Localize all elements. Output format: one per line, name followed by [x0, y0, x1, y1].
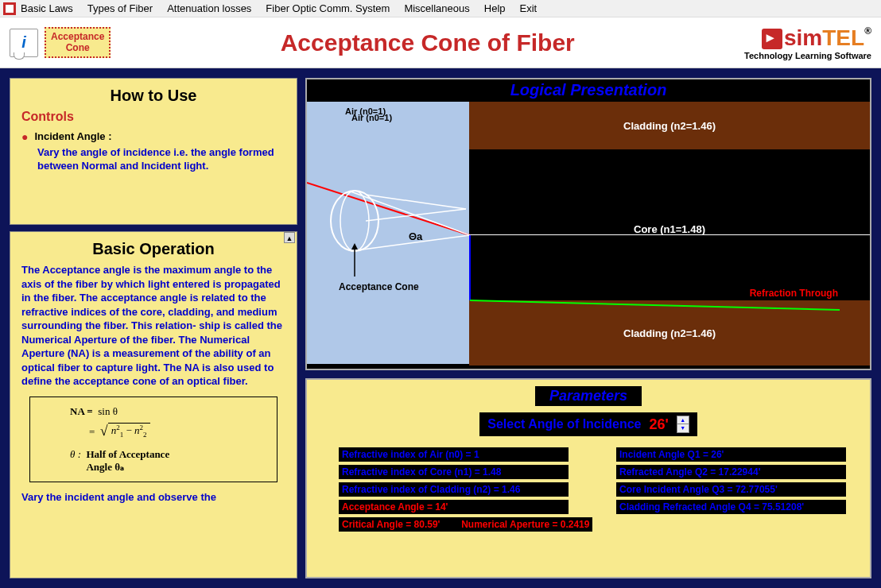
menu-types-of-fiber[interactable]: Types of Fiber	[87, 2, 153, 14]
param-acceptance-angle: Acceptance Angle = 14'	[339, 500, 569, 514]
scroll-up-icon[interactable]: ▲	[284, 232, 295, 243]
info-icon[interactable]: i	[10, 29, 38, 57]
left-column: How to Use Controls ● Incident Angle : V…	[10, 78, 297, 578]
brand-logo: simTEL®	[744, 25, 871, 51]
fiber-diagram: Cladding (n2=1.46) Core (n1=1.48) Claddi…	[307, 102, 870, 369]
logical-presentation-panel: Logical Presentation Cladding (n2=1.46) …	[305, 78, 871, 370]
basic-footer-text: Vary the incident angle and observe the	[21, 490, 285, 505]
svg-line-6	[366, 209, 466, 221]
menu-fiber-optic-comm[interactable]: Fiber Optic Comm. System	[266, 2, 390, 14]
brand-tagline: Technology Learning Software	[744, 51, 871, 60]
right-column: Logical Presentation Cladding (n2=1.46) …	[305, 78, 871, 578]
angle-stepper[interactable]: ▲ ▼	[677, 416, 689, 433]
menu-attenuation-losses[interactable]: Attenuation losses	[167, 2, 251, 14]
param-n0: Refractive index of Air (n0) = 1	[339, 447, 569, 462]
angle-select-label: Select Angle of Incidence	[487, 417, 641, 431]
menu-help[interactable]: Help	[484, 2, 506, 14]
param-q1: Incident Angle Q1 = 26'	[616, 447, 846, 462]
brand: simTEL® Technology Learning Software	[744, 25, 871, 60]
ray-diagram-svg	[307, 102, 848, 370]
brand-icon	[762, 29, 782, 49]
basic-operation-text: The Acceptance angle is the maximum angl…	[21, 263, 285, 389]
param-q4: Cladding Refracted Angle Q4 = 75.51208'	[616, 500, 846, 514]
svg-line-10	[470, 300, 840, 310]
svg-point-1	[331, 191, 378, 251]
param-n2: Refractive index of Cladding (n2) = 1.46	[339, 482, 569, 497]
logical-title: Logical Presentation	[307, 79, 870, 101]
angle-select: Select Angle of Incidence 26' ▲ ▼	[479, 412, 697, 436]
control-item: ● Incident Angle :	[21, 130, 285, 143]
angle-value: 26'	[649, 416, 668, 433]
app-icon	[3, 2, 16, 15]
controls-heading: Controls	[21, 110, 285, 124]
control-description: Vary the angle of incidence i.e. the ang…	[37, 146, 285, 173]
basic-operation-panel: ▲ Basic Operation The Acceptance angle i…	[10, 231, 297, 578]
main-content: How to Use Controls ● Incident Angle : V…	[0, 68, 881, 588]
how-to-use-panel: How to Use Controls ● Incident Angle : V…	[10, 78, 297, 225]
param-critical-angle: Critical Angle = 80.59' Numerical Apertu…	[339, 517, 592, 532]
acceptance-cone-button[interactable]: Acceptance Cone	[45, 27, 111, 57]
formula-box: NA = sin θ = n21 − n22 θ : Half of Accep…	[29, 397, 277, 482]
param-q3: Core Incident Angle Q3 = 72.77055'	[616, 482, 846, 497]
parameters-panel: Parameters Select Angle of Incidence 26'…	[305, 378, 871, 578]
control-label: Incident Angle :	[34, 130, 111, 142]
basic-operation-title: Basic Operation	[21, 240, 285, 258]
svg-marker-8	[351, 243, 358, 250]
page-title: Acceptance Cone of Fiber	[111, 29, 744, 56]
menubar: Basic Laws Types of Fiber Attenuation lo…	[0, 0, 881, 17]
parameters-grid: Refractive index of Air (n0) = 1 Inciden…	[339, 447, 846, 514]
parameters-title: Parameters	[535, 386, 642, 406]
menu-exit[interactable]: Exit	[520, 2, 538, 14]
param-q2: Refracted Angle Q2 = 17.22944'	[616, 465, 846, 479]
stepper-down-icon[interactable]: ▼	[677, 424, 689, 432]
how-to-use-title: How to Use	[21, 87, 285, 105]
menu-miscellaneous[interactable]: Miscellaneous	[404, 2, 469, 14]
svg-line-4	[351, 235, 470, 251]
param-n1: Refractive index of Core (n1) = 1.48	[339, 465, 569, 479]
stepper-up-icon[interactable]: ▲	[677, 416, 689, 424]
menu-basic-laws[interactable]: Basic Laws	[21, 2, 73, 14]
svg-point-2	[340, 191, 369, 251]
header: i Acceptance Cone Acceptance Cone of Fib…	[0, 17, 881, 68]
bullet-icon: ●	[21, 130, 28, 143]
